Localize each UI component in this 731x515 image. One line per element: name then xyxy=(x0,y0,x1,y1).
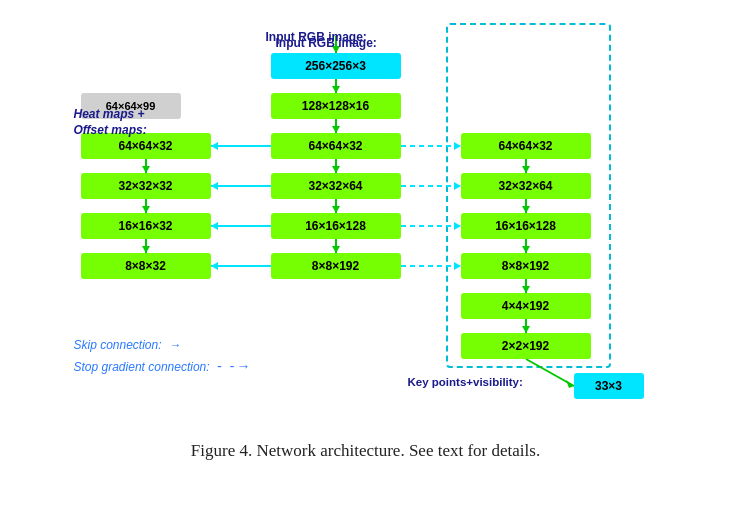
svg-marker-35 xyxy=(454,262,461,270)
diagram-area: Input RGB image: 256×256×3 128×128×16 64… xyxy=(26,18,706,433)
svg-marker-19 xyxy=(522,326,530,333)
legend-stop-gradient: Stop gradient connection: - -→ xyxy=(74,358,253,374)
svg-marker-37 xyxy=(142,166,150,173)
svg-marker-17 xyxy=(522,286,530,293)
svg-marker-7 xyxy=(332,206,340,213)
svg-marker-33 xyxy=(454,222,461,230)
box-right-8: 8×8×192 xyxy=(461,253,591,279)
box-keypoints: 33×3 xyxy=(574,373,644,399)
svg-marker-13 xyxy=(522,206,530,213)
keypoints-label: Key points+visibility: xyxy=(408,376,523,388)
input-rgb-text: Input RGB image: xyxy=(276,36,377,50)
svg-marker-3 xyxy=(332,126,340,133)
figure-caption: Figure 4. Network architecture. See text… xyxy=(11,441,721,461)
svg-line-42 xyxy=(526,359,574,386)
svg-marker-27 xyxy=(211,262,218,270)
heat-maps-label: Heat maps + Offset maps: xyxy=(74,106,147,138)
svg-marker-29 xyxy=(454,142,461,150)
box-right-2: 2×2×192 xyxy=(461,333,591,359)
svg-marker-1 xyxy=(332,86,340,93)
box-right-16: 16×16×128 xyxy=(461,213,591,239)
box-center-8: 8×8×192 xyxy=(271,253,401,279)
box-center-32: 32×32×64 xyxy=(271,173,401,199)
box-left-32: 32×32×32 xyxy=(81,173,211,199)
svg-marker-43 xyxy=(566,380,574,388)
box-left-16: 16×16×32 xyxy=(81,213,211,239)
box-128: 128×128×16 xyxy=(271,93,401,119)
svg-marker-11 xyxy=(522,166,530,173)
svg-marker-25 xyxy=(211,222,218,230)
svg-marker-39 xyxy=(142,206,150,213)
svg-marker-15 xyxy=(522,246,530,253)
box-center-16: 16×16×128 xyxy=(271,213,401,239)
legend-skip: Skip connection: → xyxy=(74,338,181,352)
svg-marker-23 xyxy=(211,182,218,190)
svg-marker-21 xyxy=(211,142,218,150)
svg-marker-9 xyxy=(332,246,340,253)
svg-marker-41 xyxy=(142,246,150,253)
box-right-4: 4×4×192 xyxy=(461,293,591,319)
box-input-256: 256×256×3 xyxy=(271,53,401,79)
box-center-64: 64×64×32 xyxy=(271,133,401,159)
box-right-32: 32×32×64 xyxy=(461,173,591,199)
svg-marker-5 xyxy=(332,166,340,173)
box-left-8: 8×8×32 xyxy=(81,253,211,279)
diagram-container: Input RGB image: 256×256×3 128×128×16 64… xyxy=(11,18,721,461)
svg-marker-31 xyxy=(454,182,461,190)
box-right-64: 64×64×32 xyxy=(461,133,591,159)
